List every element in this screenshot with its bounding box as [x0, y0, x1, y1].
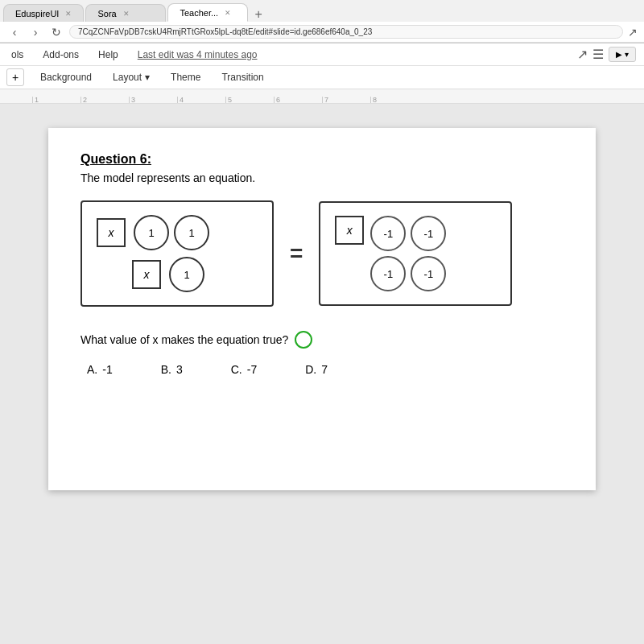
menu-addons[interactable]: Add-ons: [39, 47, 82, 62]
tab-transition[interactable]: Transition: [212, 68, 273, 86]
slide-canvas: Question 6: The model represents an equa…: [0, 104, 644, 644]
browser-header: EduspireUI ✕ Sora ✕ Teacher... ✕ + ‹ › ↻…: [0, 0, 644, 43]
new-tab-btn[interactable]: +: [250, 7, 266, 22]
menu-bar: ols Add-ons Help Last edit was 4 minutes…: [0, 43, 644, 66]
answer-d-label: D.: [305, 363, 316, 376]
url-field[interactable]: 7CqZCNFaVpDB7cskU4RmjRTtGRox5lpL-dq8tE/e…: [69, 25, 623, 39]
left-box-content: x 1 1 x 1: [97, 215, 209, 292]
answer-a[interactable]: A. -1: [87, 363, 113, 376]
menu-help[interactable]: Help: [95, 47, 122, 62]
question-desc: The model represents an equation.: [80, 171, 564, 184]
left-var-x2: x: [132, 260, 161, 289]
url-bar-row: ‹ › ↻ 7CqZCNFaVpDB7cskU4RmjRTtGRox5lpL-d…: [0, 22, 644, 43]
ruler-7: 7: [322, 97, 370, 103]
equation-row: x 1 1 x 1: [80, 200, 564, 307]
answer-c[interactable]: C. -7: [231, 363, 257, 376]
tab-sora-label: Sora: [97, 9, 116, 19]
menu-tools[interactable]: ols: [8, 47, 27, 62]
forward-btn[interactable]: ›: [27, 26, 43, 39]
tab-theme[interactable]: Theme: [161, 68, 210, 86]
right-equation-box: x -1 -1 -1 -1: [319, 201, 512, 306]
right-circle-3: -1: [370, 256, 406, 291]
ruler: 1 2 3 4 5 6 7 8: [0, 89, 644, 104]
tab-background-label: Background: [40, 72, 92, 83]
right-circle-4: -1: [411, 256, 446, 291]
ruler-8: 8: [370, 97, 419, 103]
tab-sora[interactable]: Sora ✕: [85, 4, 166, 22]
ruler-5: 5: [225, 97, 274, 103]
answer-choices: A. -1 B. 3 C. -7 D. 7: [80, 363, 564, 376]
right-circle-2: -1: [411, 216, 446, 251]
present-button[interactable]: ▶ ▾: [609, 47, 636, 62]
reload-btn[interactable]: ↻: [48, 26, 64, 39]
comment-icon[interactable]: ☰: [592, 47, 604, 62]
layout-arrow: ▾: [145, 72, 150, 83]
tab-eduspire[interactable]: EduspireUI ✕: [3, 4, 84, 22]
answer-a-label: A.: [87, 363, 97, 376]
slides-app: ols Add-ons Help Last edit was 4 minutes…: [0, 43, 644, 644]
answer-b-value: 3: [176, 363, 183, 376]
close-tab-teacher[interactable]: ✕: [225, 9, 231, 17]
left-top-row: x 1 1: [97, 215, 209, 250]
tab-layout-label: Layout: [113, 72, 142, 83]
left-circles-top: 1 1: [134, 215, 209, 250]
close-tab-eduspire[interactable]: ✕: [65, 10, 72, 18]
left-equation-box: x 1 1 x 1: [80, 200, 274, 307]
answer-c-value: -7: [247, 363, 257, 376]
slide[interactable]: Question 6: The model represents an equa…: [48, 128, 596, 490]
ruler-1: 1: [32, 97, 80, 103]
last-edit-label: Last edit was 4 minutes ago: [134, 47, 261, 62]
slide-tabs: + Background Layout ▾ Theme Transition: [0, 66, 644, 89]
ruler-3: 3: [129, 97, 177, 103]
answer-b[interactable]: B. 3: [161, 363, 183, 376]
answer-d[interactable]: D. 7: [305, 363, 328, 376]
what-value-row: What value of x makes the equation true?: [80, 331, 564, 349]
right-var-x: x: [335, 216, 364, 245]
circle-3: 1: [169, 257, 204, 292]
equals-sign: =: [290, 241, 303, 266]
add-slide-btn[interactable]: +: [6, 68, 24, 86]
what-value-text: What value of x makes the equation true?: [80, 333, 288, 346]
trend-icon: ↗: [577, 47, 588, 62]
circle-1: 1: [134, 215, 169, 250]
answer-c-label: C.: [231, 363, 242, 376]
top-icons: ↗ ☰ ▶ ▾: [577, 47, 636, 62]
answer-d-value: 7: [321, 363, 328, 376]
trend-icon: ↗: [628, 26, 638, 39]
circle-2: 1: [174, 215, 209, 250]
tab-transition-label: Transition: [221, 72, 263, 83]
answer-a-value: -1: [102, 363, 112, 376]
tab-background[interactable]: Background: [31, 68, 101, 86]
back-btn[interactable]: ‹: [6, 26, 23, 39]
tab-teacher[interactable]: Teacher... ✕: [167, 3, 248, 22]
ruler-6: 6: [274, 97, 322, 103]
answer-circle-input[interactable]: [295, 331, 312, 349]
question-title: Question 6:: [80, 152, 564, 167]
tab-layout[interactable]: Layout ▾: [103, 68, 159, 86]
ruler-4: 4: [177, 97, 225, 103]
present-icon: ▶: [616, 50, 622, 59]
close-tab-sora[interactable]: ✕: [123, 10, 130, 18]
tab-row: EduspireUI ✕ Sora ✕ Teacher... ✕ +: [0, 0, 644, 22]
tab-eduspire-label: EduspireUI: [15, 9, 59, 19]
circle-row-top: 1 1: [134, 215, 209, 250]
present-arrow: ▾: [625, 50, 629, 59]
tab-teacher-label: Teacher...: [180, 8, 218, 18]
left-var-x1: x: [97, 218, 126, 247]
answer-b-label: B.: [161, 363, 171, 376]
left-bottom-row: x 1: [132, 257, 204, 292]
right-circles-grid: -1 -1 -1 -1: [370, 216, 446, 291]
right-circle-1: -1: [370, 216, 406, 251]
right-box-content: x -1 -1 -1 -1: [335, 216, 446, 291]
tab-theme-label: Theme: [171, 72, 200, 83]
ruler-2: 2: [80, 97, 129, 103]
